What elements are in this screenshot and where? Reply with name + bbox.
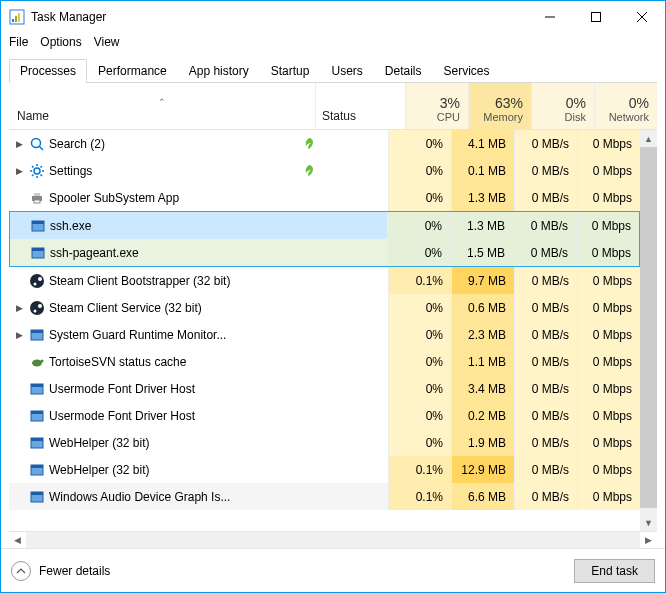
- net-cell: 0 Mbps: [576, 239, 639, 266]
- mem-cell: 1.3 MB: [451, 184, 514, 211]
- tab-app-history[interactable]: App history: [178, 59, 260, 83]
- net-cell: 0 Mbps: [577, 184, 640, 211]
- process-name: Steam Client Bootstrapper (32 bit): [49, 274, 230, 288]
- disk-cell: 0 MB/s: [514, 321, 577, 348]
- disk-cell: 0 MB/s: [513, 212, 576, 239]
- cpu-cell: 0%: [388, 130, 451, 157]
- status-cell: [298, 483, 388, 510]
- expand-icon[interactable]: ▶: [13, 330, 25, 340]
- tab-details[interactable]: Details: [374, 59, 433, 83]
- sort-caret-icon: ⌃: [158, 97, 166, 107]
- process-row[interactable]: ▶Settings0%0.1 MB0 MB/s0 Mbps: [9, 157, 640, 184]
- process-row[interactable]: ▶Search (2)0%4.1 MB0 MB/s0 Mbps: [9, 130, 640, 157]
- process-row[interactable]: Spooler SubSystem App0%1.3 MB0 MB/s0 Mbp…: [9, 184, 640, 211]
- tab-services[interactable]: Services: [433, 59, 501, 83]
- minimize-button[interactable]: [527, 1, 573, 32]
- cpu-cell: 0%: [388, 402, 451, 429]
- expand-icon[interactable]: ▶: [13, 139, 25, 149]
- process-row[interactable]: Steam Client Bootstrapper (32 bit)0.1%9.…: [9, 267, 640, 294]
- search-icon: [29, 136, 45, 152]
- process-row[interactable]: WebHelper (32 bit)0%1.9 MB0 MB/s0 Mbps: [9, 429, 640, 456]
- hscroll-track[interactable]: [26, 532, 640, 549]
- maximize-button[interactable]: [573, 1, 619, 32]
- col-memory[interactable]: 63% Memory: [468, 83, 531, 129]
- status-cell: [298, 456, 388, 483]
- tab-users[interactable]: Users: [320, 59, 373, 83]
- gear-icon: [29, 163, 45, 179]
- app-icon: [30, 245, 46, 261]
- menu-view[interactable]: View: [94, 35, 120, 49]
- mem-cell: 6.6 MB: [451, 483, 514, 510]
- net-cell: 0 Mbps: [577, 321, 640, 348]
- svg-rect-25: [32, 248, 44, 251]
- col-name[interactable]: ⌃ Name: [9, 83, 315, 129]
- cpu-cell: 0%: [388, 157, 451, 184]
- vertical-scrollbar[interactable]: ▲ ▼: [640, 130, 657, 531]
- svg-rect-33: [31, 330, 43, 333]
- menu-file[interactable]: File: [9, 35, 28, 49]
- process-row[interactable]: ssh.exe0%1.3 MB0 MB/s0 Mbps: [10, 212, 639, 239]
- process-row[interactable]: ssh-pageant.exe0%1.5 MB0 MB/s0 Mbps: [10, 239, 639, 266]
- process-name: WebHelper (32 bit): [49, 436, 150, 450]
- leaf-icon: [302, 164, 316, 178]
- cpu-cell: 0%: [388, 294, 451, 321]
- scroll-left-icon[interactable]: ◀: [9, 532, 26, 549]
- cpu-cell: 0%: [388, 429, 451, 456]
- disk-cell: 0 MB/s: [514, 157, 577, 184]
- close-button[interactable]: [619, 1, 665, 32]
- disk-cell: 0 MB/s: [514, 294, 577, 321]
- scroll-up-icon[interactable]: ▲: [640, 130, 657, 147]
- steam-icon: [29, 273, 45, 289]
- horizontal-scrollbar[interactable]: ◀ ▶: [9, 531, 657, 548]
- mem-cell: 1.1 MB: [451, 348, 514, 375]
- col-cpu-pct: 3%: [410, 95, 460, 111]
- expand-icon[interactable]: ▶: [13, 166, 25, 176]
- process-row[interactable]: ▶Steam Client Service (32 bit)0%0.6 MB0 …: [9, 294, 640, 321]
- cpu-cell: 0.1%: [388, 267, 451, 294]
- process-row[interactable]: Usermode Font Driver Host0%3.4 MB0 MB/s0…: [9, 375, 640, 402]
- app-icon: [9, 9, 25, 25]
- scroll-down-icon[interactable]: ▼: [640, 514, 657, 531]
- scroll-right-icon[interactable]: ▶: [640, 532, 657, 549]
- tab-processes[interactable]: Processes: [9, 59, 87, 83]
- process-name: System Guard Runtime Monitor...: [49, 328, 226, 342]
- footer: Fewer details End task: [1, 548, 665, 592]
- expand-icon[interactable]: ▶: [13, 303, 25, 313]
- disk-cell: 0 MB/s: [514, 130, 577, 157]
- svg-rect-3: [18, 13, 20, 22]
- disk-cell: 0 MB/s: [514, 184, 577, 211]
- tab-startup[interactable]: Startup: [260, 59, 321, 83]
- disk-cell: 0 MB/s: [514, 375, 577, 402]
- col-status[interactable]: Status: [315, 83, 405, 129]
- process-name: ssh.exe: [50, 219, 91, 233]
- process-row[interactable]: Windows Audio Device Graph Is...0.1%6.6 …: [9, 483, 640, 510]
- col-cpu[interactable]: 3% CPU: [405, 83, 468, 129]
- process-row[interactable]: Usermode Font Driver Host0%0.2 MB0 MB/s0…: [9, 402, 640, 429]
- fewer-details-button[interactable]: Fewer details: [11, 561, 110, 581]
- process-row[interactable]: TortoiseSVN status cache0%1.1 MB0 MB/s0 …: [9, 348, 640, 375]
- net-cell: 0 Mbps: [577, 348, 640, 375]
- process-row[interactable]: WebHelper (32 bit)0.1%12.9 MB0 MB/s0 Mbp…: [9, 456, 640, 483]
- svg-line-9: [40, 146, 44, 150]
- end-task-button[interactable]: End task: [574, 559, 655, 583]
- scrollbar-thumb[interactable]: [640, 147, 657, 508]
- col-mem-pct: 63%: [473, 95, 523, 111]
- process-name: TortoiseSVN status cache: [49, 355, 186, 369]
- fewer-details-label: Fewer details: [39, 564, 110, 578]
- status-cell: [298, 375, 388, 402]
- col-disk[interactable]: 0% Disk: [531, 83, 594, 129]
- col-network[interactable]: 0% Network: [594, 83, 657, 129]
- net-cell: 0 Mbps: [577, 456, 640, 483]
- menu-options[interactable]: Options: [40, 35, 81, 49]
- cpu-cell: 0%: [388, 375, 451, 402]
- chevron-up-icon: [11, 561, 31, 581]
- process-name: WebHelper (32 bit): [49, 463, 150, 477]
- tab-performance[interactable]: Performance: [87, 59, 178, 83]
- cpu-cell: 0.1%: [388, 456, 451, 483]
- disk-cell: 0 MB/s: [514, 429, 577, 456]
- process-name: Usermode Font Driver Host: [49, 409, 195, 423]
- titlebar[interactable]: Task Manager: [1, 1, 665, 32]
- process-row[interactable]: ▶System Guard Runtime Monitor...0%2.3 MB…: [9, 321, 640, 348]
- svg-point-30: [38, 304, 42, 308]
- svg-rect-45: [31, 492, 43, 495]
